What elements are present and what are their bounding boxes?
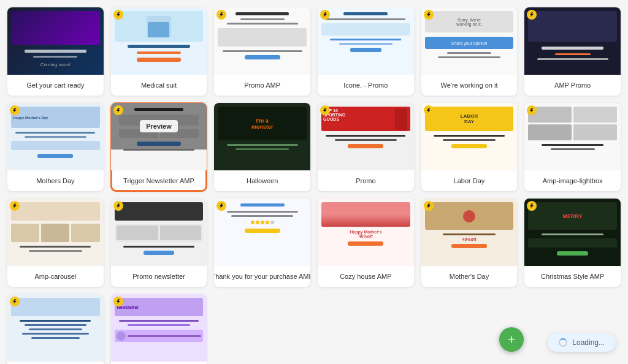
loading-text: Loading... [572,338,605,347]
card-label: Promo AMP [214,75,310,96]
template-card-3[interactable]: Promo AMP [214,7,310,96]
card-thumbnail: Happy Mother's40%off [318,199,414,266]
template-grid: Coming soon!Get your cart readyMedical s… [0,0,628,364]
svg-marker-14 [530,203,534,208]
template-card-20[interactable]: NewsletterAmp-list [111,294,207,364]
loading-indicator: Loading... [548,333,616,352]
card-thumbnail [214,7,310,75]
amp-badge [424,105,434,115]
card-thumbnail [318,7,414,75]
svg-marker-0 [117,12,120,17]
card-thumbnail [111,7,207,75]
card-label: Labor Day [421,170,518,191]
svg-marker-13 [427,203,431,208]
template-card-19[interactable]: Amp-according [7,294,104,364]
card-label: Thank you for your purchase AMP [214,266,310,287]
template-card-11[interactable]: LABORDAYLabor Day [421,103,518,191]
svg-marker-4 [530,12,534,17]
card-label: Amp-according [7,362,104,364]
fab-button[interactable]: + [499,327,524,352]
card-label: Mothers Day [7,170,104,191]
svg-marker-15 [13,299,17,304]
template-card-4[interactable]: Icone. - Promo [318,7,414,96]
template-card-8[interactable]: PreviewTrigger Newsletter AMP [111,103,207,191]
plus-icon: + [508,333,515,347]
template-card-6[interactable]: AMP Promo [524,7,621,96]
svg-marker-16 [117,299,120,304]
template-card-17[interactable]: 40%offMother's Day [421,199,518,287]
template-card-14[interactable]: Promo newsletter [111,199,207,287]
template-card-2[interactable]: Medical suit [111,7,207,96]
card-label: Halloween [214,170,310,191]
amp-badge [320,105,330,115]
preview-label: Preview [140,120,178,132]
card-label: AMP Promo [524,75,621,96]
svg-marker-11 [117,203,120,208]
card-label: Amp-carousel [7,266,104,287]
card-label: Promo [318,170,414,191]
card-thumbnail: Newsletter [111,294,207,362]
card-thumbnail [7,294,104,362]
amp-badge [424,201,434,211]
card-label: Christmas Style AMP [524,266,621,287]
card-label: Mother's Day [421,266,518,287]
card-thumbnail: Sorry, We'reworking on it.Share your opi… [421,7,518,75]
template-card-5[interactable]: Sorry, We'reworking on it.Share your opi… [421,7,518,96]
template-card-13[interactable]: Amp-carousel [7,199,104,287]
card-thumbnail: Happy Mother's Day [7,103,104,170]
card-label: Amp-image-lightbox [524,170,621,191]
card-label: Cozy house AMP [318,266,414,287]
card-thumbnail [524,103,621,170]
card-label: Icone. - Promo [318,75,414,96]
card-thumbnail [7,199,104,266]
template-card-1[interactable]: Coming soon!Get your cart ready [7,7,104,96]
svg-marker-2 [323,12,327,17]
card-thumbnail: MERRY [524,199,621,266]
svg-marker-10 [13,203,17,208]
template-card-7[interactable]: Happy Mother's DayMothers Day [7,103,104,191]
amp-badge [113,10,123,20]
template-card-15[interactable]: Thank you for your purchase AMP [214,199,310,287]
preview-overlay[interactable]: Preview [111,103,207,150]
card-thumbnail: TOP 10SPORTINGGOODS [318,103,414,170]
svg-marker-5 [13,108,17,113]
card-thumbnail: Coming soon! [7,7,104,75]
card-label: Medical suit [111,75,207,96]
card-label: Trigger Newsletter AMP [111,170,207,191]
amp-badge [113,201,123,211]
amp-badge [113,105,123,115]
amp-badge [10,201,20,211]
template-card-18[interactable]: MERRYChristmas Style AMP [524,199,621,287]
amp-badge [10,105,20,115]
card-thumbnail: LABORDAY [421,103,518,170]
card-thumbnail [214,199,310,266]
svg-marker-6 [117,108,120,113]
amp-badge [10,297,20,306]
template-card-16[interactable]: Happy Mother's40%offCozy house AMP [318,199,414,287]
template-card-10[interactable]: TOP 10SPORTINGGOODSPromo [318,103,414,191]
card-thumbnail: 40%off [421,199,518,266]
svg-marker-1 [220,12,223,17]
svg-marker-3 [427,12,431,17]
card-thumbnail: Preview [111,103,207,170]
card-label: Get your cart ready [7,75,104,96]
card-thumbnail [524,7,621,75]
card-label: We're working on it [421,75,518,96]
amp-badge [320,10,330,20]
svg-marker-9 [530,108,534,113]
svg-marker-12 [220,203,223,208]
template-card-9[interactable]: I'm amonsterHalloween [214,103,310,191]
amp-badge [113,297,123,306]
template-card-12[interactable]: Amp-image-lightbox [524,103,621,191]
amp-badge [424,10,434,20]
card-label: Promo newsletter [111,266,207,287]
svg-marker-7 [323,108,327,113]
card-label: Amp-list [111,362,207,364]
card-thumbnail: I'm amonster [214,103,310,170]
svg-marker-8 [427,108,431,113]
spinner-icon [559,338,567,347]
card-thumbnail [111,199,207,266]
